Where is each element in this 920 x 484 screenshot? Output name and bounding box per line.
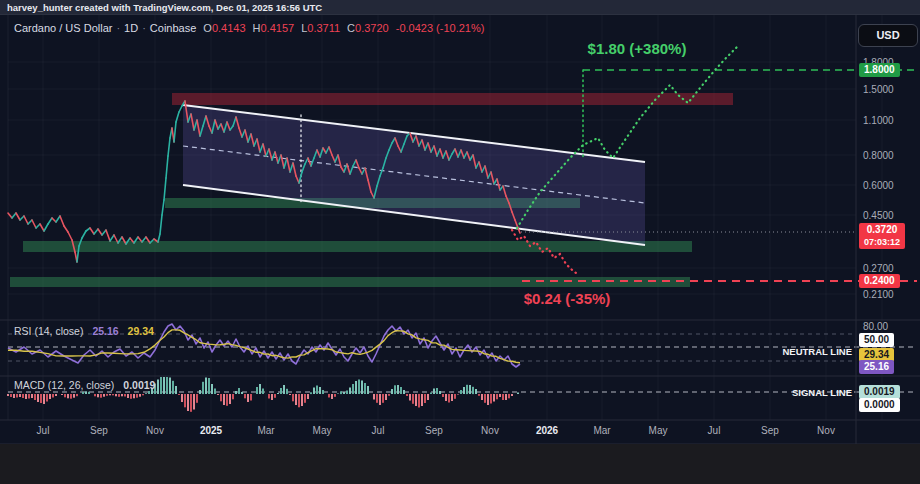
macd-histogram-bar [25,394,27,399]
time-tick-label: Mar [257,425,274,436]
interval-label[interactable]: 1D [124,22,138,34]
macd-histogram-bar [52,394,54,398]
price-series-segment [28,220,32,224]
macd-histogram-bar [10,394,12,397]
time-tick-label: Jul [708,425,721,436]
export-banner: harvey_hunter created with TradingView.c… [0,0,920,15]
price-series-segment [166,156,168,178]
price-tick-label: 0.8000 [863,150,894,161]
macd-histogram-bar [352,384,354,394]
downside-target-annotation: $0.24 (-35%) [524,290,611,307]
macd-histogram-bar [157,380,159,395]
price-series-segment [94,229,98,234]
macd-histogram-bar [379,394,381,405]
macd-histogram-bar [508,394,510,398]
macd-histogram-bar [427,394,429,400]
macd-histogram-bar [442,394,444,397]
macd-histogram-bar [292,394,294,401]
currency-toggle-button[interactable]: USD [858,24,918,47]
macd-histogram-bar [211,384,213,394]
macd-histogram-bar [262,389,264,395]
rsi-value: 25.16 [92,325,118,337]
macd-histogram-bar [439,391,441,394]
macd-histogram-bar [385,394,387,400]
price-tick-label: 0.2100 [863,289,894,300]
macd-histogram-bar [70,394,72,399]
macd-histogram-bar [319,387,321,394]
legend-separator-2: · [142,22,146,34]
macd-histogram-bar [241,392,243,394]
exchange-label: Coinbase [150,22,196,34]
time-tick-label: Sep [425,425,443,436]
macd-histogram-bar [400,387,402,394]
macd-histogram-bar [268,394,270,399]
rsi-indicator-title[interactable]: RSI (14, close) 25.16 29.34 [14,325,154,337]
macd-histogram-bar [28,394,30,399]
time-tick-label: Mar [593,425,610,436]
macd-histogram-bar [445,394,447,401]
macd-histogram-bar [184,394,186,407]
macd-histogram-bar [349,388,351,395]
ohlc-value: 0.3720 [355,22,389,34]
countdown-timer: 07:03:12 [864,236,900,248]
descending-channel-fill [183,105,645,245]
macd-histogram-bar [328,394,330,398]
macd-histogram-bar [361,381,363,395]
macd-histogram-bar [100,394,102,398]
price-tick-label: 0.4500 [863,210,894,221]
rsi-value-badge: 25.16 [859,360,894,374]
macd-title-text: MACD (12, 26, close) [14,379,114,391]
macd-histogram-bar [190,394,192,412]
macd-histogram-bar [460,390,462,394]
macd-histogram-bar [220,394,222,401]
macd-histogram-bar [466,385,468,394]
macd-histogram-bar [127,394,129,398]
time-tick-label: Nov [817,425,835,436]
macd-histogram-bar [493,394,495,402]
macd-histogram-bar [64,394,66,397]
macd-histogram-bar [130,394,132,399]
macd-histogram-bar [250,394,252,401]
macd-histogram-bar [298,394,300,407]
symbol-name[interactable]: Cardano / US Dollar [14,22,112,34]
ohlc-key: O [203,22,212,34]
macd-histogram-bar [88,392,90,394]
price-tick-label: 0.2700 [863,263,894,274]
macd-histogram-bar [430,393,432,395]
neutral-line-label[interactable]: NEUTRAL LINE [783,346,853,357]
macd-histogram-bar [181,394,183,402]
macd-histogram-bar [67,394,69,398]
price-series-segment [106,230,110,241]
macd-histogram-bar [463,387,465,394]
macd-indicator-title[interactable]: MACD (12, 26, close) 0.0019 [14,379,155,391]
macd-histogram-bar [391,389,393,394]
macd-histogram-bar [247,394,249,402]
macd-histogram-bar [124,394,126,397]
macd-histogram-bar [421,394,423,406]
symbol-legend[interactable]: Cardano / US Dollar·1D·CoinbaseO0.4143H0… [14,22,484,34]
price-series-segment [60,216,64,226]
macd-histogram-bar [304,394,306,403]
time-tick-label: Sep [90,425,108,436]
macd-histogram-bar [160,377,162,394]
downside-price-label: 0.2400 [859,274,900,288]
signal-line-label[interactable]: SIGNAL LINE [792,387,852,398]
macd-histogram-bar [484,394,486,403]
macd-histogram-bar [187,394,189,411]
price-series-segment [179,106,182,112]
time-tick-label: Nov [146,425,164,436]
price-tick-label: 0.6000 [863,180,894,191]
macd-histogram-bar [475,389,477,394]
macd-histogram-bar [7,394,9,396]
macd-histogram-bar [109,394,111,395]
macd-histogram-bar [313,388,315,395]
price-series-segment [52,218,56,222]
macd-histogram-bar [286,389,288,394]
price-series-segment [64,226,68,232]
macd-histogram-bar [376,394,378,403]
rsi-top-tick: 80.00 [863,321,888,332]
macd-histogram-bar [85,391,87,394]
macd-histogram-bar [169,378,171,395]
ohlc-value: 0.4143 [212,22,246,34]
chart-canvas[interactable] [0,0,920,484]
